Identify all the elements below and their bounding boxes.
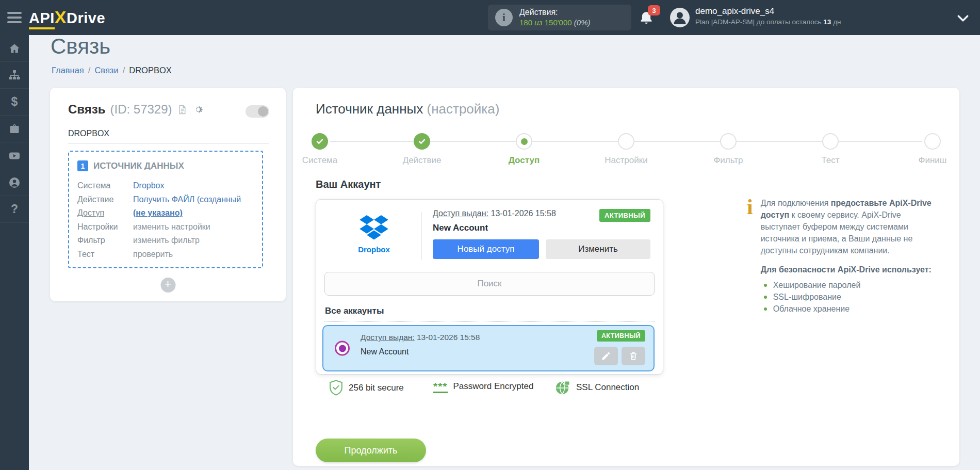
sidebar-item-billing[interactable]: $	[0, 89, 29, 116]
row-filter: Фильтр изменить фильтр	[77, 234, 262, 248]
account-panel: Dropbox Доступ выдан: 13-01-2026 15:58 А…	[316, 199, 663, 375]
step-access[interactable]: Доступ	[498, 133, 550, 166]
connection-title: Связь	[68, 102, 105, 117]
briefcase-icon	[8, 123, 21, 135]
shield-check-icon	[329, 380, 343, 396]
apix-drive-logo[interactable]: APIXDrive	[29, 7, 105, 27]
page-title: Связь	[51, 34, 110, 59]
badge-password-encrypted: *** Password Encrypted	[433, 380, 533, 393]
step-finish: Финиш	[907, 133, 958, 166]
actions-label: Действия:	[519, 7, 590, 18]
connection-name-field[interactable]: DROPBOX	[68, 129, 269, 143]
change-button[interactable]: Изменить	[546, 239, 650, 259]
row-action: Действие Получить ФАЙЛ (созданный	[77, 193, 262, 207]
sidebar-item-help[interactable]: ?	[0, 196, 29, 223]
setup-stepper: Система Действие Доступ Настройки Фильтр…	[294, 133, 958, 169]
sidebar-item-connections[interactable]	[0, 62, 29, 89]
top-bar: APIXDrive i Действия: 180 из 150'000 (0%…	[0, 0, 980, 35]
setup-heading: Источник данных (настройка)	[316, 101, 499, 117]
bullet-icon	[764, 296, 767, 299]
check-icon	[315, 137, 324, 146]
continue-button[interactable]: Продолжить	[316, 439, 426, 462]
list-item: SSL-шифрование	[761, 291, 940, 303]
dropbox-label: Dropbox	[338, 245, 410, 254]
actions-counter: i Действия: 180 из 150'000 (0%)	[488, 5, 631, 30]
home-icon	[8, 42, 21, 55]
dropbox-icon	[360, 215, 388, 240]
document-icon[interactable]	[177, 104, 188, 115]
info-heading: Для безопасности ApiX-Drive использует:	[761, 264, 940, 275]
list-item: Облачное хранение	[761, 303, 940, 315]
all-accounts-label: Все аккаунты	[325, 306, 384, 316]
question-icon: ?	[11, 202, 18, 216]
search-input[interactable]	[324, 272, 655, 296]
bullet-icon	[764, 307, 767, 311]
bullet-icon	[764, 284, 767, 287]
account-list-item[interactable]: Доступ выдан: 13-01-2026 15:58 New Accou…	[322, 325, 655, 371]
asterisks-icon: ***	[433, 380, 448, 393]
sidebar-item-video[interactable]	[0, 142, 29, 169]
sidebar-item-home[interactable]	[0, 35, 29, 62]
badge-ssl-connection: SSL Connection	[555, 380, 639, 395]
item-account-name: New Account	[361, 347, 480, 356]
step-action[interactable]: Действие	[396, 133, 448, 166]
row-access: Доступ (не указано)	[77, 206, 262, 220]
row-settings: Настройки изменить настройки	[77, 220, 262, 234]
breadcrumb-current: DROPBOX	[129, 66, 172, 75]
hamburger-menu-icon[interactable]	[7, 12, 22, 23]
breadcrumb-connections[interactable]: Связи	[94, 66, 118, 75]
breadcrumb-home[interactable]: Главная	[52, 66, 84, 75]
sitemap-icon	[8, 69, 21, 82]
info-amber-icon: i	[747, 197, 753, 315]
step-system[interactable]: Система	[294, 133, 346, 166]
globe-lock-icon	[555, 380, 570, 395]
check-icon	[417, 137, 427, 146]
connection-enabled-toggle[interactable]	[246, 105, 269, 118]
chevron-down-icon[interactable]	[957, 14, 969, 24]
notifications-bell[interactable]: 3	[639, 7, 661, 28]
info-panel: i Для подключения предоставьте ApiX-Driv…	[747, 197, 956, 315]
step-settings: Настройки	[600, 133, 652, 166]
info-paragraph: Для подключения предоставьте ApiX-Drive …	[761, 197, 940, 256]
block-number-badge: 1	[77, 160, 88, 171]
row-test: Тест проверить	[77, 248, 262, 262]
sidebar-nav: $ ?	[0, 35, 29, 470]
item-status-badge: АКТИВНЫЙ	[597, 330, 645, 342]
source-setup-card: Источник данных (настройка) Система Дейс…	[293, 88, 959, 466]
item-access-granted-line: Доступ выдан: 13-01-2026 15:58	[361, 333, 480, 342]
user-name: demo_apix-drive_s4	[695, 6, 841, 17]
list-item: Хеширование паролей	[761, 279, 940, 291]
actions-usage: 180 из 150'000 (0%)	[519, 18, 590, 28]
sidebar-item-services[interactable]	[0, 116, 29, 142]
data-source-block[interactable]: 1 ИСТОЧНИК ДАННЫХ Система Dropbox Действ…	[68, 151, 263, 268]
dotted-separator	[324, 321, 655, 322]
dropbox-logo: Dropbox	[338, 215, 410, 254]
dollar-icon: $	[11, 95, 18, 109]
account-radio[interactable]	[335, 341, 350, 356]
info-icon: i	[495, 9, 513, 26]
person-icon	[669, 7, 690, 28]
user-menu[interactable]: demo_apix-drive_s4 Plan |ADM-AP-SM| до о…	[695, 6, 841, 27]
user-plan: Plan |ADM-AP-SM| до оплаты осталось 13 д…	[695, 17, 841, 27]
notification-count-badge: 3	[648, 5, 660, 15]
step-test: Тест	[805, 133, 856, 166]
block-title: ИСТОЧНИК ДАННЫХ	[93, 161, 184, 171]
edit-account-button[interactable]	[594, 347, 618, 365]
gear-icon[interactable]	[192, 104, 204, 115]
delete-account-button[interactable]	[622, 347, 645, 365]
user-icon	[8, 176, 21, 189]
new-access-button[interactable]: Новый доступ	[433, 239, 539, 259]
trash-icon	[628, 351, 639, 361]
connection-id: (ID: 57329)	[110, 102, 172, 117]
user-avatar[interactable]	[669, 7, 690, 28]
connection-summary-card: Связь (ID: 57329) DROPBOX 1 ИСТОЧНИК ДАН…	[50, 88, 286, 301]
sidebar-item-profile[interactable]	[0, 169, 29, 196]
account-name: New Account	[433, 223, 650, 233]
breadcrumb: Главная/Связи/DROPBOX	[52, 66, 172, 75]
your-account-title: Ваш Аккаунт	[316, 179, 381, 190]
video-play-icon	[8, 150, 21, 162]
divider	[421, 212, 422, 260]
pencil-icon	[601, 351, 611, 361]
add-block-button[interactable]: +	[160, 278, 175, 293]
security-features-list: Хеширование паролей SSL-шифрование Облач…	[761, 279, 940, 315]
